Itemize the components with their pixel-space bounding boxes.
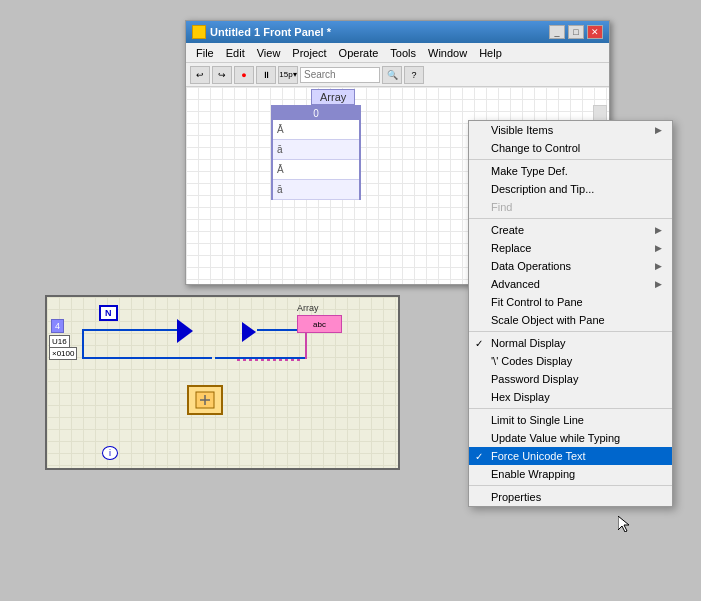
maximize-button[interactable]: □ [568,25,584,39]
menu-item-replace[interactable]: Replace▶ [469,239,672,257]
menu-item-scale-object[interactable]: Scale Object with Pane [469,311,672,329]
bd-array-output: abc [297,315,342,333]
bd-4-label: 4 [51,319,64,333]
help-button[interactable]: ? [404,66,424,84]
menu-item-label: Data Operations [491,260,571,272]
wire-v1 [82,329,84,359]
menu-item-force-unicode[interactable]: ✓Force Unicode Text [469,447,672,465]
menu-item-label: '\' Codes Display [491,355,572,367]
menu-item-label: Find [491,201,512,213]
array-row-2: Ā [273,160,359,180]
checkmark-icon: ✓ [475,451,483,462]
menu-item-label: Force Unicode Text [491,450,586,462]
menu-item-create[interactable]: Create▶ [469,221,672,239]
submenu-arrow-icon: ▶ [655,243,662,253]
array-row-1: ā [273,140,359,160]
menu-item-normal-display[interactable]: ✓Normal Display [469,334,672,352]
menu-item-change-to-control[interactable]: Change to Control [469,139,672,157]
menu-tools[interactable]: Tools [384,43,422,62]
bd-dashed-wire [237,359,302,361]
submenu-arrow-icon: ▶ [655,225,662,235]
bd-array-out-label: Array [297,303,319,313]
svg-marker-3 [618,516,629,532]
cursor-icon [618,516,630,532]
toolbar-speed-btn[interactable]: 15p▾ [278,66,298,84]
array-label: Array [311,89,355,105]
titlebar: Untitled 1 Front Panel * _ □ ✕ [186,21,609,43]
menu-item-label: Fit Control to Pane [491,296,583,308]
toolbar-arrow-btn[interactable]: ↩ [190,66,210,84]
menu-item-limit-single-line[interactable]: Limit to Single Line [469,411,672,429]
menu-item-fit-control[interactable]: Fit Control to Pane [469,293,672,311]
bd-right-arrow [242,322,256,342]
menu-item-label: Make Type Def. [491,165,568,177]
checkmark-icon: ✓ [475,338,483,349]
toolbar-redo-btn[interactable]: ↪ [212,66,232,84]
menu-item-properties[interactable]: Properties [469,488,672,506]
menu-separator [469,331,672,332]
menu-item-data-operations[interactable]: Data Operations▶ [469,257,672,275]
menu-item-description-tip[interactable]: Description and Tip... [469,180,672,198]
menu-item-hex-display[interactable]: Hex Display [469,388,672,406]
submenu-arrow-icon: ▶ [655,279,662,289]
block-diagram: N 4 U16 ×0100 Array abc i [45,295,400,470]
menu-item-label: Normal Display [491,337,566,349]
menu-separator [469,408,672,409]
bd-func-box [187,385,223,415]
context-menu: Visible Items▶Change to ControlMake Type… [468,120,673,507]
menu-item-update-value[interactable]: Update Value while Typing [469,429,672,447]
submenu-arrow-icon: ▶ [655,125,662,135]
menu-operate[interactable]: Operate [333,43,385,62]
bd-n-label: N [99,305,118,321]
window-icon [192,25,206,39]
menu-item-label: Advanced [491,278,540,290]
menu-help[interactable]: Help [473,43,508,62]
menubar: File Edit View Project Operate Tools Win… [186,43,609,63]
submenu-arrow-icon: ▶ [655,261,662,271]
menu-item-visible-items[interactable]: Visible Items▶ [469,121,672,139]
menu-item-password-display[interactable]: Password Display [469,370,672,388]
menu-item-label: Scale Object with Pane [491,314,605,326]
menu-item-label: Change to Control [491,142,580,154]
bd-hex: ×0100 [49,347,77,360]
menu-item-label: Create [491,224,524,236]
bd-info-icon: i [102,446,118,460]
bd-triangle [177,319,193,343]
bd-func-icon [194,390,216,410]
toolbar-pause-btn[interactable]: ⏸ [256,66,276,84]
menu-project[interactable]: Project [286,43,332,62]
menu-file[interactable]: File [190,43,220,62]
window-title: Untitled 1 Front Panel * [192,25,331,39]
menu-view[interactable]: View [251,43,287,62]
array-control[interactable]: 0 Ā ā Ā ā [271,105,361,200]
menu-item-label: Password Display [491,373,578,385]
window-controls: _ □ ✕ [549,25,603,39]
wire-h1 [122,329,177,331]
menu-item-label: Visible Items [491,124,553,136]
menu-separator [469,485,672,486]
menu-window[interactable]: Window [422,43,473,62]
menu-item-label: Replace [491,242,531,254]
search-button[interactable]: 🔍 [382,66,402,84]
search-input[interactable] [300,67,380,83]
menu-item-label: Update Value while Typing [491,432,620,444]
wire-h3 [82,329,122,331]
wire-v-pink [305,329,307,359]
toolbar: ↩ ↪ ● ⏸ 15p▾ 🔍 ? [186,63,609,87]
menu-edit[interactable]: Edit [220,43,251,62]
menu-item-make-type-def[interactable]: Make Type Def. [469,162,672,180]
menu-item-enable-wrapping[interactable]: Enable Wrapping [469,465,672,483]
menu-item-codes-display[interactable]: '\' Codes Display [469,352,672,370]
menu-item-label: Description and Tip... [491,183,594,195]
close-button[interactable]: ✕ [587,25,603,39]
menu-item-label: Limit to Single Line [491,414,584,426]
menu-item-advanced[interactable]: Advanced▶ [469,275,672,293]
menu-separator [469,218,672,219]
menu-item-find: Find [469,198,672,216]
wire-h2 [82,357,212,359]
array-index: 0 [273,107,359,120]
cursor [618,516,630,532]
minimize-button[interactable]: _ [549,25,565,39]
menu-item-label: Hex Display [491,391,550,403]
toolbar-stop-btn[interactable]: ● [234,66,254,84]
